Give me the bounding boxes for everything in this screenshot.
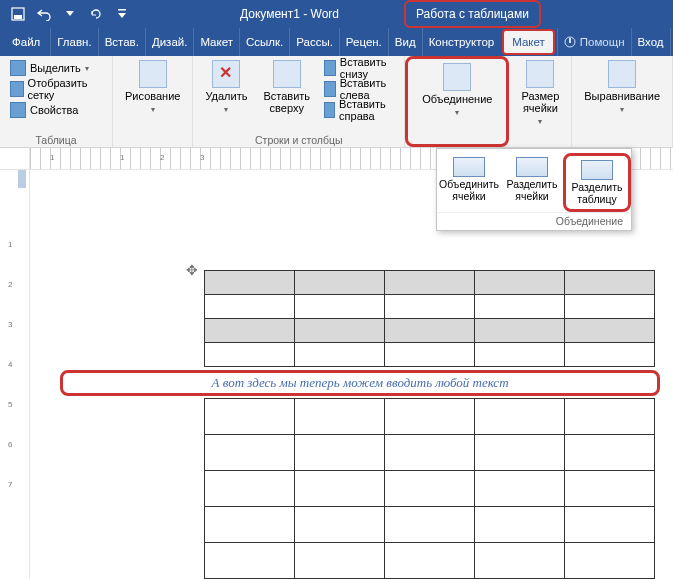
ruler-tick: 1 bbox=[50, 153, 54, 162]
insert-left-icon bbox=[324, 81, 336, 97]
svg-rect-4 bbox=[569, 38, 571, 43]
select-label: Выделить bbox=[30, 62, 81, 74]
chevron-down-icon: ▾ bbox=[151, 105, 155, 114]
table-move-handle-icon[interactable]: ✥ bbox=[186, 262, 198, 278]
properties-label: Свойства bbox=[30, 104, 78, 116]
group-rows-cols: ✕ Удалить▾ Вставить сверху Вставить сниз… bbox=[193, 56, 405, 147]
ruler-tick: 3 bbox=[8, 320, 12, 329]
merge-label: Объединение bbox=[422, 93, 492, 105]
ruler-corner bbox=[0, 148, 30, 170]
dropdown-footer: Объединение bbox=[437, 212, 631, 230]
table-tools-context-tab[interactable]: Работа с таблицами bbox=[404, 0, 541, 28]
ruler-margin-indicator bbox=[18, 170, 26, 188]
title-bar: Документ1 - Word Работа с таблицами bbox=[0, 0, 673, 28]
draw-button[interactable]: Рисование▾ bbox=[119, 58, 186, 117]
share-icon[interactable] bbox=[670, 28, 673, 56]
undo-icon[interactable] bbox=[34, 4, 54, 24]
tab-table-layout[interactable]: Макет bbox=[502, 29, 555, 55]
insert-above-icon bbox=[273, 60, 301, 88]
split-cells-label: Разделить ячейки bbox=[507, 179, 558, 202]
insert-right-label: Вставить справа bbox=[339, 98, 394, 122]
insert-below-button[interactable]: Вставить снизу bbox=[320, 58, 398, 78]
document-table-1[interactable] bbox=[204, 270, 655, 367]
insert-right-icon bbox=[324, 102, 335, 118]
document-title: Документ1 - Word bbox=[240, 7, 339, 21]
group-table-label: Таблица bbox=[6, 134, 106, 147]
insert-above-label: Вставить сверху bbox=[263, 90, 310, 114]
quick-access-toolbar bbox=[0, 4, 140, 24]
tab-file[interactable]: Файл bbox=[4, 28, 50, 56]
qat-customize-icon[interactable] bbox=[112, 4, 132, 24]
vertical-ruler[interactable]: 1 2 3 4 5 6 7 bbox=[0, 170, 30, 579]
merge-icon bbox=[443, 63, 471, 91]
tell-me[interactable]: Помощн bbox=[557, 28, 631, 56]
merge-dropdown-button[interactable]: Объединение▾ bbox=[416, 61, 498, 120]
tab-references[interactable]: Ссылк. bbox=[239, 28, 289, 56]
properties-icon bbox=[10, 102, 26, 118]
split-cells-button[interactable]: Разделить ячейки bbox=[501, 153, 563, 212]
alignment-button[interactable]: Выравнивание▾ bbox=[578, 58, 666, 117]
chevron-down-icon: ▾ bbox=[85, 64, 89, 73]
svg-rect-1 bbox=[14, 15, 22, 19]
group-rowscols-label: Строки и столбцы bbox=[199, 134, 398, 147]
tab-constructor[interactable]: Конструктор bbox=[422, 28, 501, 56]
cell-size-button[interactable]: Размер ячейки▾ bbox=[515, 58, 565, 129]
tab-insert[interactable]: Встав. bbox=[98, 28, 145, 56]
show-grid-label: Отобразить сетку bbox=[28, 77, 102, 101]
tab-layout[interactable]: Макет bbox=[193, 28, 239, 56]
ruler-tick: 1 bbox=[120, 153, 124, 162]
pencil-icon bbox=[139, 60, 167, 88]
ruler-tick: 3 bbox=[200, 153, 204, 162]
select-button[interactable]: Выделить▾ bbox=[6, 58, 106, 78]
merge-cells-icon bbox=[453, 157, 485, 177]
ruler-tick: 2 bbox=[8, 280, 12, 289]
insert-above-button[interactable]: Вставить сверху bbox=[257, 58, 316, 116]
tab-mailings[interactable]: Рассы. bbox=[289, 28, 339, 56]
undo-dropdown-icon[interactable] bbox=[60, 4, 80, 24]
ruler-tick: 7 bbox=[8, 480, 12, 489]
merge-cells-button[interactable]: Объединить ячейки bbox=[437, 153, 501, 212]
group-table: Выделить▾ Отобразить сетку Свойства Табл… bbox=[0, 56, 113, 147]
tab-view[interactable]: Вид bbox=[388, 28, 422, 56]
insert-right-button[interactable]: Вставить справа bbox=[320, 100, 398, 120]
split-cells-icon bbox=[516, 157, 548, 177]
grid-icon bbox=[10, 81, 24, 97]
properties-button[interactable]: Свойства bbox=[6, 100, 106, 120]
svg-rect-2 bbox=[118, 9, 126, 11]
group-merge-label bbox=[416, 129, 498, 142]
group-merge: Объединение▾ bbox=[405, 56, 509, 147]
chevron-down-icon: ▾ bbox=[455, 108, 459, 117]
group-draw: Рисование▾ bbox=[113, 56, 193, 147]
split-table-button[interactable]: Разделить таблицу bbox=[563, 153, 631, 212]
group-cellsize-label bbox=[515, 134, 565, 147]
cellsize-label: Размер ячейки bbox=[521, 90, 559, 114]
annotation-note: А вот здесь мы теперь можем вводить любо… bbox=[60, 370, 660, 396]
insert-left-button[interactable]: Вставить слева bbox=[320, 79, 398, 99]
ribbon-tabs: Файл Главн. Встав. Дизай. Макет Ссылк. Р… bbox=[0, 28, 673, 56]
draw-label: Рисование bbox=[125, 90, 180, 102]
ruler-tick: 1 bbox=[8, 240, 12, 249]
sign-in[interactable]: Вход bbox=[631, 28, 670, 56]
group-draw-label bbox=[119, 134, 186, 147]
tab-home[interactable]: Главн. bbox=[50, 28, 97, 56]
ruler-tick: 4 bbox=[8, 360, 12, 369]
cursor-icon bbox=[10, 60, 26, 76]
delete-icon: ✕ bbox=[212, 60, 240, 88]
delete-label: Удалить bbox=[205, 90, 247, 102]
chevron-down-icon: ▾ bbox=[224, 105, 228, 114]
redo-icon[interactable] bbox=[86, 4, 106, 24]
alignment-icon bbox=[608, 60, 636, 88]
merge-cells-label: Объединить ячейки bbox=[439, 179, 499, 202]
split-table-icon bbox=[581, 160, 613, 180]
delete-button[interactable]: ✕ Удалить▾ bbox=[199, 58, 253, 117]
ruler-tick: 5 bbox=[8, 400, 12, 409]
tab-review[interactable]: Рецен. bbox=[339, 28, 388, 56]
ribbon: Выделить▾ Отобразить сетку Свойства Табл… bbox=[0, 56, 673, 148]
insert-below-icon bbox=[324, 60, 336, 76]
show-gridlines-button[interactable]: Отобразить сетку bbox=[6, 79, 106, 99]
save-icon[interactable] bbox=[8, 4, 28, 24]
tab-design[interactable]: Дизай. bbox=[145, 28, 194, 56]
tell-me-label: Помощн bbox=[580, 36, 625, 48]
document-table-2[interactable] bbox=[204, 398, 655, 579]
ruler-tick: 6 bbox=[8, 440, 12, 449]
